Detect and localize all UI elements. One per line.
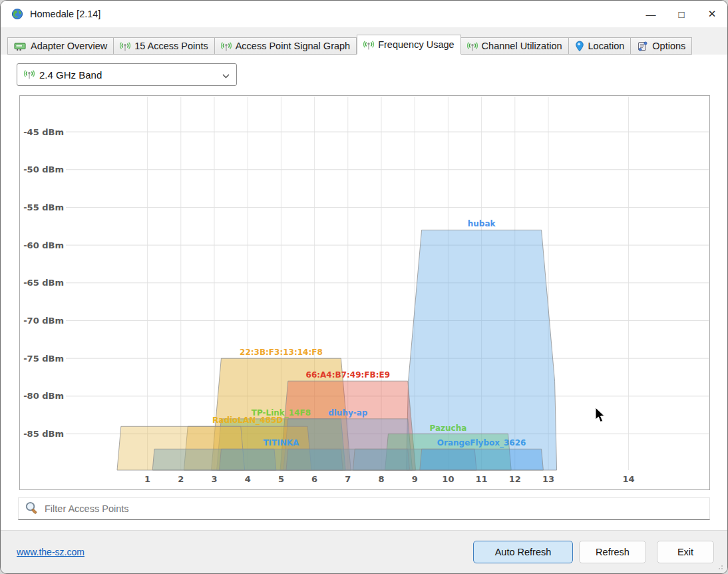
title-bar: Homedale [2.14] — □ ✕ [1,1,727,27]
footer-bar: www.the-sz.com Auto Refresh Refresh Exit [1,530,727,573]
exit-button[interactable]: Exit [657,541,714,563]
ap-label-hubak: hubak [468,219,496,228]
band-select-dropdown[interactable]: 2.4 GHz Band [17,63,237,86]
tab-label: Channel Utilization [482,41,562,51]
tab-location[interactable]: Location [569,37,632,55]
antenna-icon [363,39,374,50]
frequency-usage-chart: hubak22:3B:F3:13:14:F866:A4:B7:49:FB:E9T… [19,95,710,490]
chevron-down-icon [222,69,230,81]
minimize-button[interactable]: — [636,1,666,27]
close-button[interactable]: ✕ [697,1,727,27]
x-tick-label: 13 [542,474,554,484]
search-icon [24,500,39,518]
tab-strip: Adapter Overview15 Access PointsAccess P… [1,27,727,55]
tab-adapter-overview[interactable]: Adapter Overview [7,37,114,55]
x-tick-label: 7 [345,474,351,484]
filter-access-points-input[interactable]: Filter Access Points [18,497,710,520]
pin-icon [575,41,584,52]
tab-page-frequency-usage: 2.4 GHz Band hubak22:3B:F3:13:14:F866:A4… [1,55,727,532]
ap-label-OrangeFlybox_3626: OrangeFlybox_3626 [437,438,526,448]
tab-15-access-points[interactable]: 15 Access Points [114,37,214,55]
globe-icon [11,8,23,20]
x-tick-label: 3 [211,474,217,484]
antenna-icon [221,41,232,51]
band-select-value: 2.4 GHz Band [39,69,102,81]
x-tick-label: 12 [509,474,521,484]
y-tick-label: -80 dBm [23,391,64,401]
caption-buttons: — □ ✕ [636,1,727,27]
homedale-window: Homedale [2.14] — □ ✕ Adapter Overview15… [0,0,728,574]
tab-label: Frequency Usage [378,39,454,50]
ap-label-22:3B:F3:13:14:F8: 22:3B:F3:13:14:F8 [240,348,323,357]
auto-refresh-button[interactable]: Auto Refresh [473,541,573,563]
y-tick-label: -75 dBm [23,354,64,364]
chart-canvas: hubak22:3B:F3:13:14:F866:A4:B7:49:FB:E9T… [20,96,709,489]
homepage-link[interactable]: www.the-sz.com [17,547,85,557]
y-tick-label: -65 dBm [23,278,64,288]
tab-channel-utilization[interactable]: Channel Utilization [461,37,569,55]
x-tick-label: 1 [144,474,150,484]
x-tick-label: 6 [311,474,317,484]
tab-frequency-usage[interactable]: Frequency Usage [357,35,460,55]
y-tick-label: -45 dBm [23,127,64,137]
x-tick-label: 11 [476,474,488,484]
refresh-button[interactable]: Refresh [579,541,646,563]
adapter-icon [14,41,27,51]
y-tick-label: -60 dBm [23,240,64,250]
y-tick-label: -55 dBm [23,202,64,212]
antenna-icon [467,41,478,51]
x-tick-label: 8 [378,474,384,484]
window-title: Homedale [2.14] [30,9,100,19]
ap-label-dluhy-ap: dluhy-ap [328,408,368,418]
maximize-button[interactable]: □ [666,1,697,27]
options-icon [637,41,648,52]
tab-label: Access Point Signal Graph [236,41,350,51]
resize-grip[interactable] [717,563,723,570]
tab-label: Adapter Overview [31,41,107,51]
ap-shapes [117,230,557,470]
y-tick-label: -50 dBm [23,164,64,174]
antenna-icon [24,69,35,81]
x-tick-label: 14 [622,474,634,484]
antenna-icon [120,41,130,51]
ap-label-Pazucha: Pazucha [429,424,466,433]
x-tick-label: 2 [178,474,184,484]
ap-label-66:A4:B7:49:FB:E9: 66:A4:B7:49:FB:E9 [306,370,390,380]
tab-options[interactable]: Options [631,37,692,55]
y-tick-label: -70 dBm [23,316,64,326]
y-tick-label: -85 dBm [23,429,64,439]
tab-label: 15 Access Points [134,41,208,51]
ap-shape-OrangeFlybox_3626 [420,449,544,470]
tab-label: Options [652,41,685,51]
ap-label-RadioLAN_485D: RadioLAN_485D [212,416,283,426]
x-tick-label: 5 [278,474,284,484]
tab-label: Location [588,41,625,51]
filter-placeholder: Filter Access Points [45,503,129,514]
x-tick-label: 4 [245,474,251,484]
tab-access-point-signal-graph[interactable]: Access Point Signal Graph [215,37,357,55]
x-tick-label: 10 [442,474,454,484]
x-tick-label: 9 [412,474,418,484]
ap-label-TITINKA: TITINKA [263,438,299,447]
